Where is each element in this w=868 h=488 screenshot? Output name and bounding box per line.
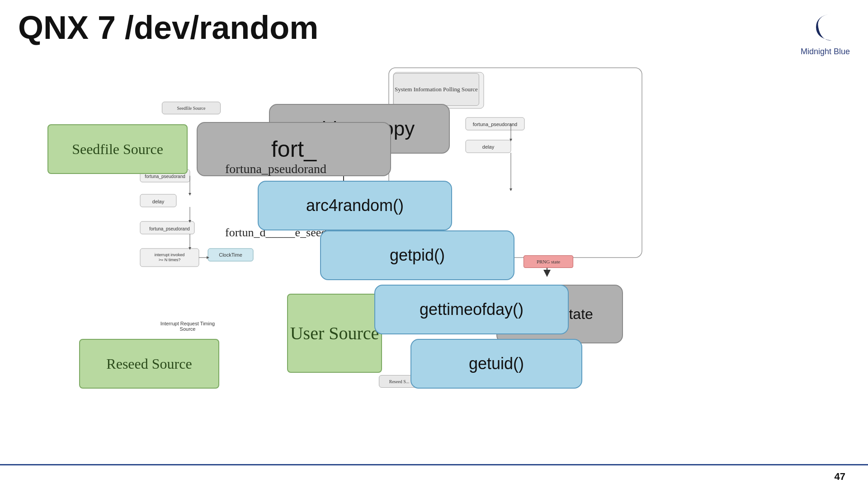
getpid-box: getpid() — [320, 230, 514, 280]
prng-state: PRNG state — [524, 255, 573, 268]
slide-number: 47 — [835, 471, 845, 483]
svg-rect-10 — [208, 249, 253, 261]
system-info-polling: System Information Polling Source — [393, 73, 479, 106]
svg-rect-9 — [140, 249, 199, 267]
arc4random-box: arc4random() — [258, 181, 452, 230]
seedfile-source-large: Seedfile Source — [47, 124, 188, 174]
svg-text:delay: delay — [482, 144, 495, 150]
svg-rect-4 — [466, 140, 511, 153]
svg-text:fortuna_pseudorand: fortuna_pseudorand — [149, 226, 190, 231]
moon-icon — [807, 9, 843, 45]
gettimeofday-box: gettimeofday() — [374, 285, 569, 334]
getuid-box: getuid() — [410, 339, 582, 389]
svg-rect-8 — [140, 221, 194, 234]
page-title: QNX 7 /dev/random — [18, 9, 318, 46]
svg-text:fortuna_pseudorand: fortuna_pseudorand — [473, 122, 517, 127]
svg-text:delay: delay — [152, 199, 165, 204]
svg-text:ClockTime: ClockTime — [219, 252, 242, 258]
svg-text:interrupt invoked: interrupt invoked — [155, 253, 185, 257]
seedfile-source-small: Seedfile Source — [162, 102, 221, 114]
svg-text:>= N times?: >= N times? — [159, 258, 181, 262]
user-source-large: User Source — [287, 294, 382, 373]
bottom-line — [0, 464, 868, 465]
svg-text:fortuna_pseudorand: fortuna_pseudorand — [145, 174, 185, 179]
reseed-source-large: Reseed Source — [79, 339, 219, 389]
svg-rect-7 — [140, 194, 176, 207]
svg-rect-3 — [466, 117, 524, 130]
interrupt-timing-label: Interrupt Request Timing Source — [154, 321, 222, 332]
fortuna-pseudorand-text: fortuna_pseudorand — [225, 162, 326, 176]
diagram: /proc info fortuna_pseudorand delay i250… — [18, 50, 850, 456]
